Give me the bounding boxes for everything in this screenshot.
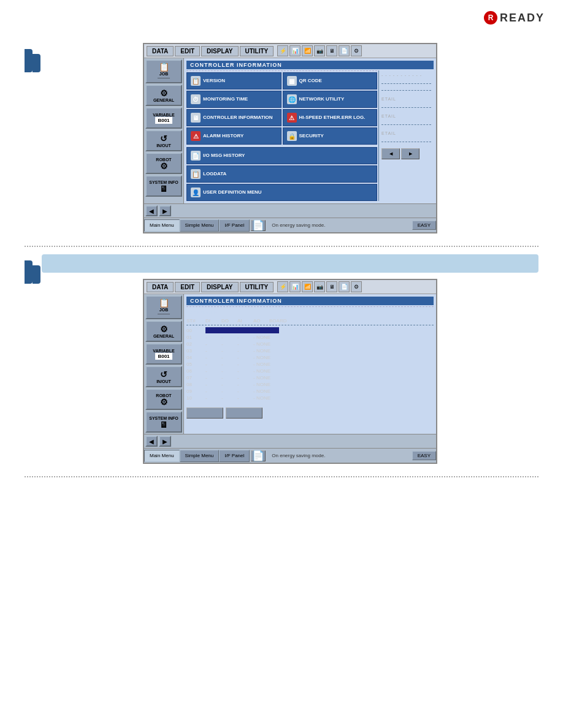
toolbar2-data-btn[interactable]: DATA [147, 282, 174, 292]
sidebar2-sysinfo-btn[interactable]: SYSTEM INFO 🖥 [145, 411, 182, 433]
general2-icon: ⚙ [160, 325, 168, 333]
toolbar2-icon-2[interactable]: 📊 [289, 281, 301, 292]
bottom-btns: ◀ ▶ [381, 148, 431, 159]
toolbar-display-btn[interactable]: DISPLAY [201, 46, 238, 56]
menu-io-msg[interactable]: 📄 I/O MSG HISTORY [186, 147, 377, 164]
job-sublabel: ──── [158, 76, 170, 80]
screen-panel-2: DATA EDIT DISPLAY UTILITY ⚡ 📊 📶 📷 🖥 📄 ⚙ [143, 279, 437, 464]
general-icon: ⚙ [160, 89, 168, 97]
bottom-nav-2: Main Menu Simple Menu I/F Panel 📄 On ene… [144, 448, 436, 463]
menu-network[interactable]: 🌐 NETWORK UTILITY [283, 91, 378, 108]
toolbar2-icon-3[interactable]: 📶 [302, 281, 313, 292]
sidebar-job-btn[interactable]: 📋 JOB ──── [145, 59, 182, 83]
header-ao: AO [253, 318, 266, 324]
toolbar-icon-7[interactable]: ⚙ [351, 45, 362, 56]
toolbar-utility-btn[interactable]: UTILITY [240, 46, 274, 56]
bottom-simple-menu-btn[interactable]: Simple Menu [180, 219, 220, 232]
menu-grid-1: 📋 VERSION ▦ QR CODE ⏱ [186, 72, 377, 145]
io-row-06[interactable]: 06---- NONE [186, 368, 434, 374]
sidebar-robot-btn[interactable]: ROBOT ⚙ [145, 153, 182, 174]
io-row-10[interactable]: 10---- NONE [186, 395, 434, 401]
content-body-1: 📋 VERSION ▦ QR CODE ⏱ [186, 70, 434, 201]
version-icon: 📋 [191, 76, 201, 86]
nav-forward-btn[interactable]: ▶ [159, 205, 171, 216]
io-row-02[interactable]: 02---- NONE [186, 341, 434, 347]
menu-hispeed[interactable]: ⚠ HI-SPEED ETHER.ERR LOG. [283, 109, 378, 126]
general-label: GENERAL [153, 98, 174, 102]
toolbar-icon-6[interactable]: 📄 [339, 45, 350, 56]
toolbar-icon-4[interactable]: 📷 [314, 45, 325, 56]
toolbar-data-btn[interactable]: DATA [147, 46, 174, 56]
menu-version[interactable]: 📋 VERSION [186, 72, 282, 89]
variable2-value: B001 [155, 353, 172, 360]
sidebar2-inout-btn[interactable]: ↺ IN/OUT [145, 366, 182, 387]
monitoring-icon: ⏱ [191, 94, 201, 104]
inout-label: IN/OUT [156, 143, 171, 148]
header-ai: AI [237, 318, 250, 324]
toolbar-icon-3[interactable]: 📶 [302, 45, 313, 56]
dash-top-2 [186, 306, 434, 307]
bottom2-simple-menu-btn[interactable]: Simple Menu [180, 450, 220, 462]
btn2-1[interactable] [186, 408, 223, 419]
menu-alarm[interactable]: ⚠ ALARM HISTORY [186, 127, 282, 145]
toolbar2-utility-btn[interactable]: UTILITY [240, 282, 274, 292]
bottom2-main-menu-btn[interactable]: Main Menu [144, 450, 180, 462]
menu-user-def[interactable]: 👤 USER DEFINITION MENU [186, 184, 377, 201]
content-title-2: CONTROLLER INFORMATION [186, 297, 434, 305]
io-row-01[interactable]: 01---- NONE [186, 334, 434, 341]
sidebar-sysinfo-btn[interactable]: SYSTEM INFO 🖥 [145, 175, 182, 197]
menu-monitoring[interactable]: ⏱ MONITORING TIME [186, 91, 282, 108]
sidebar2-general-btn[interactable]: ⚙ GENERAL [145, 320, 182, 342]
toolbar2-icon-6[interactable]: 📄 [339, 281, 350, 292]
btn-left[interactable]: ◀ [381, 148, 400, 159]
nav-back-btn[interactable]: ◀ [145, 205, 158, 216]
toolbar-2: DATA EDIT DISPLAY UTILITY ⚡ 📊 📶 📷 🖥 📄 ⚙ [144, 280, 436, 294]
io-row-05[interactable]: 05---- NONE [186, 361, 434, 368]
menu-controller[interactable]: 🖥 CONTROLLER INFORMATION [186, 109, 282, 126]
menu-logdata[interactable]: 📋 LOGDATA [186, 165, 377, 183]
bottom2-if-panel-btn[interactable]: I/F Panel [219, 450, 250, 462]
nav2-forward-btn[interactable]: ▶ [159, 436, 171, 447]
btn2-2[interactable] [226, 408, 262, 419]
toolbar2-icon-1[interactable]: ⚡ [277, 281, 288, 292]
network-icon: 🌐 [287, 94, 297, 104]
io-row-07[interactable]: 07---- NONE [186, 374, 434, 381]
toolbar2-icon-7[interactable]: ⚙ [351, 281, 362, 292]
logo-icon: R [484, 11, 497, 25]
controller-icon: 🖥 [191, 113, 201, 123]
sidebar2-job-btn[interactable]: 📋 JOB ──── [145, 295, 182, 319]
btn-right[interactable]: ▶ [401, 148, 419, 159]
toolbar2-icon-4[interactable]: 📷 [314, 281, 325, 292]
toolbar-edit-btn[interactable]: EDIT [175, 46, 200, 56]
toolbar2-display-btn[interactable]: DISPLAY [201, 282, 238, 292]
io-row-00[interactable]: 00 [186, 327, 434, 334]
io-row-03[interactable]: 03---- NONE [186, 347, 434, 354]
io-row-04[interactable]: 04---- NONE [186, 354, 434, 361]
menu-qr-code[interactable]: ▦ QR CODE [283, 72, 378, 89]
sidebar-inout-btn[interactable]: ↺ IN/OUT [145, 130, 182, 151]
sidebar2-robot-btn[interactable]: ROBOT ⚙ [145, 389, 182, 410]
nav2-back-btn[interactable]: ◀ [145, 436, 158, 447]
bottom-main-menu-btn[interactable]: Main Menu [144, 219, 180, 232]
controller-text: CONTROLLER INFORMATION [203, 115, 273, 121]
blue-highlight [42, 254, 538, 273]
dash-line-1 [381, 83, 431, 84]
io-row-09[interactable]: 09---- NONE [186, 388, 434, 395]
bottom-doc-icon[interactable]: 📄 [251, 220, 266, 231]
toolbar-icon-1[interactable]: ⚡ [277, 45, 288, 56]
sidebar2-variable-btn[interactable]: VARIABLE B001 [145, 343, 182, 365]
job2-icon: 📋 [159, 298, 169, 307]
toolbar2-edit-btn[interactable]: EDIT [175, 282, 200, 292]
toolbar2-icon-5[interactable]: 🖥 [326, 281, 337, 292]
sysinfo2-icon: 🖥 [159, 420, 168, 429]
bottom-if-panel-btn[interactable]: I/F Panel [219, 219, 250, 232]
toolbar-icon-2[interactable]: 📊 [289, 45, 301, 56]
io-row-08[interactable]: 08---- NONE [186, 381, 434, 388]
hispeed-text: HI-SPEED ETHER.ERR LOG. [299, 115, 366, 121]
bottom2-doc-icon[interactable]: 📄 [251, 450, 266, 461]
toolbar-icon-5[interactable]: 🖥 [326, 45, 337, 56]
menu-security[interactable]: 🔒 SECURITY [283, 127, 378, 145]
sidebar-variable-btn[interactable]: VARIABLE B001 [145, 107, 182, 129]
header-di: DI [205, 318, 218, 324]
sidebar-general-btn[interactable]: ⚙ GENERAL [145, 85, 182, 106]
